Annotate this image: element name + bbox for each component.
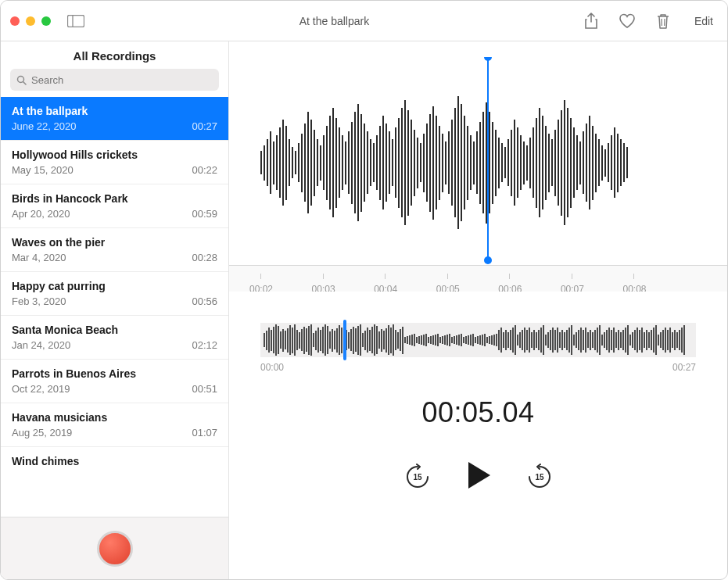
recording-title: Happy cat purring (12, 280, 217, 292)
recording-duration: 02:12 (192, 339, 217, 351)
ruler-tick-label: 00:02 (249, 284, 273, 292)
recording-date: May 15, 2020 (12, 164, 74, 176)
recording-title: Birds in Hancock Park (12, 192, 217, 205)
overview-start-time: 00:00 (260, 362, 284, 373)
overview-wrap: 00:00 00:27 (260, 323, 696, 373)
play-icon (465, 460, 492, 490)
playhead[interactable] (487, 57, 489, 260)
window-title: At the ballpark (87, 15, 582, 27)
recording-item[interactable]: Wind chimes (1, 447, 228, 467)
recording-item[interactable]: Waves on the pierMar 4, 202000:28 (1, 228, 228, 272)
waveform-large[interactable]: 00:0200:0300:0400:0500:0600:0700:08 (229, 57, 727, 292)
recordings-list: At the ballparkJune 22, 202000:27Hollywo… (1, 97, 228, 517)
skip-back-button[interactable]: 15 (404, 464, 431, 490)
recording-date: Mar 4, 2020 (12, 252, 66, 263)
trash-icon (656, 13, 670, 30)
recording-title: Hollywood Hills crickets (12, 149, 217, 161)
recording-title: Wind chimes (12, 455, 217, 467)
recording-date: Aug 25, 2019 (12, 427, 72, 439)
recording-title: Havana musicians (12, 411, 217, 424)
toolbar-actions: Edit (582, 12, 718, 30)
skip-forward-button[interactable]: 15 (526, 464, 553, 490)
recording-item[interactable]: Happy cat purringFeb 3, 202000:56 (1, 272, 228, 316)
ruler-tick-label: 00:06 (498, 284, 522, 292)
recording-meta: Feb 3, 202000:56 (12, 295, 217, 307)
recording-duration: 00:28 (192, 252, 217, 263)
svg-text:15: 15 (535, 473, 544, 482)
ruler-tick-label: 00:08 (622, 284, 646, 292)
recording-date: June 22, 2020 (12, 120, 76, 132)
traffic-lights (10, 16, 51, 26)
recording-date: Feb 3, 2020 (12, 295, 66, 307)
recording-date: Jan 24, 2020 (12, 339, 70, 351)
minimize-window-button[interactable] (26, 16, 35, 26)
toolbar: At the ballpark Edit (1, 1, 727, 41)
recording-duration: 00:59 (192, 208, 217, 220)
recording-item[interactable]: Havana musiciansAug 25, 201901:07 (1, 403, 228, 447)
ruler-tick-label: 00:04 (374, 284, 397, 292)
recording-item[interactable]: At the ballparkJune 22, 202000:27 (1, 97, 228, 141)
share-button[interactable] (582, 12, 601, 30)
recording-duration: 00:51 (192, 383, 217, 395)
sidebar: All Recordings At the ballparkJune 22, 2… (1, 41, 229, 579)
ruler-tick-label: 00:03 (312, 284, 335, 292)
waveform-overview[interactable] (260, 323, 696, 357)
recording-title: Waves on the pier (12, 236, 217, 249)
sidebar-header: All Recordings (1, 41, 228, 69)
recording-item[interactable]: Santa Monica BeachJan 24, 202002:12 (1, 316, 228, 360)
svg-text:15: 15 (413, 473, 422, 482)
ruler-tick-label: 00:07 (561, 284, 584, 292)
detail-panel: 00:0200:0300:0400:0500:0600:0700:08 00:0… (229, 41, 727, 579)
favorite-button[interactable] (618, 12, 637, 30)
body: All Recordings At the ballparkJune 22, 2… (1, 41, 727, 579)
svg-line-5 (23, 81, 27, 84)
recording-duration: 00:56 (192, 295, 217, 307)
recording-meta: Aug 25, 201901:07 (12, 427, 217, 439)
record-button[interactable] (97, 531, 133, 567)
recording-meta: Jan 24, 202002:12 (12, 339, 217, 351)
app-window: At the ballpark Edit (0, 0, 728, 580)
edit-button[interactable]: Edit (690, 13, 718, 29)
recording-duration: 00:27 (192, 120, 217, 132)
ruler-tick-label: 00:05 (436, 284, 460, 292)
overview-times: 00:00 00:27 (260, 362, 696, 373)
recording-title: At the ballpark (12, 105, 217, 117)
recording-duration: 00:22 (192, 164, 217, 176)
overview-end-time: 00:27 (672, 362, 696, 373)
sidebar-footer (1, 517, 228, 579)
waveform-bars (229, 65, 727, 260)
overview-playhead[interactable] (343, 320, 346, 360)
recording-item[interactable]: Birds in Hancock ParkApr 20, 202000:59 (1, 184, 228, 228)
recording-date: Oct 22, 2019 (12, 383, 70, 395)
sidebar-toggle-button[interactable] (65, 13, 87, 30)
play-button[interactable] (465, 460, 492, 493)
share-icon (584, 13, 598, 30)
recording-title: Parrots in Buenos Aires (12, 367, 217, 380)
recording-item[interactable]: Parrots in Buenos AiresOct 22, 201900:51 (1, 360, 228, 403)
sidebar-icon (67, 15, 84, 27)
recording-duration: 01:07 (192, 427, 217, 439)
fullscreen-window-button[interactable] (41, 16, 51, 26)
current-time: 00:05.04 (229, 396, 727, 429)
delete-button[interactable] (654, 12, 672, 30)
search-icon (16, 75, 27, 85)
recording-title: Santa Monica Beach (12, 324, 217, 336)
recording-item[interactable]: Hollywood Hills cricketsMay 15, 202000:2… (1, 141, 228, 184)
skip-forward-icon: 15 (526, 464, 553, 490)
recording-meta: May 15, 202000:22 (12, 164, 217, 176)
recording-meta: June 22, 202000:27 (12, 120, 217, 132)
recording-meta: Oct 22, 201900:51 (12, 383, 217, 395)
skip-back-icon: 15 (404, 464, 431, 490)
svg-rect-0 (68, 15, 84, 27)
recording-meta: Apr 20, 202000:59 (12, 208, 217, 220)
transport-controls: 15 15 (229, 460, 727, 493)
recording-date: Apr 20, 2020 (12, 208, 70, 220)
recording-meta: Mar 4, 202000:28 (12, 252, 217, 263)
search-field[interactable] (10, 69, 219, 91)
search-wrap (1, 69, 228, 97)
time-ruler: 00:0200:0300:0400:0500:0600:0700:08 (229, 265, 727, 292)
close-window-button[interactable] (10, 16, 20, 26)
search-input[interactable] (31, 74, 213, 86)
heart-icon (619, 13, 636, 29)
